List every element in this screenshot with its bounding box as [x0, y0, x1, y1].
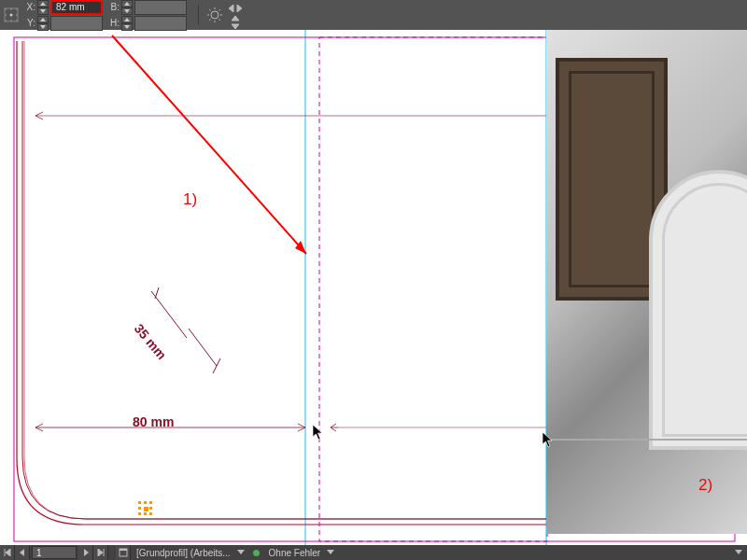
w-field[interactable] [134, 0, 187, 15]
w-label: B: [108, 2, 120, 12]
prev-page-button[interactable] [15, 545, 30, 560]
svg-line-24 [112, 35, 306, 254]
cursor-icon [542, 431, 555, 448]
cursor-icon [312, 424, 325, 441]
preflight-status-icon [253, 550, 260, 556]
placed-image[interactable] [546, 30, 747, 534]
toolbar-divider [198, 5, 199, 25]
svg-point-10 [211, 11, 218, 19]
smart-guide-marker-icon [138, 501, 157, 520]
svg-point-4 [16, 8, 18, 10]
document-name: [Grundprofil] (Arbeits... [131, 548, 236, 558]
status-bar: [Grundprofil] (Arbeits... Ohne Fehler [0, 545, 747, 560]
y-field[interactable] [50, 16, 103, 31]
svg-line-17 [155, 287, 159, 299]
preflight-status: Ohne Fehler [263, 548, 327, 558]
x-stepper[interactable] [37, 0, 49, 15]
x-label: X: [24, 2, 35, 12]
page-field[interactable] [32, 546, 77, 559]
svg-point-6 [16, 14, 18, 16]
next-page-button[interactable] [78, 545, 93, 560]
x-field[interactable] [50, 0, 103, 15]
first-page-button[interactable] [0, 545, 15, 560]
svg-rect-14 [319, 37, 547, 541]
measure-80mm: 80 mm [133, 414, 174, 429]
doc-dropdown-icon[interactable] [236, 545, 246, 560]
wh-group: B: H: [108, 0, 187, 31]
last-page-button[interactable] [93, 545, 108, 560]
svg-point-7 [5, 20, 7, 21]
statusbar-menu-icon[interactable] [734, 545, 743, 560]
constrain-proportions-icon[interactable] [204, 5, 225, 25]
svg-point-9 [16, 20, 18, 21]
preflight-dropdown-icon[interactable] [326, 545, 335, 560]
document-canvas[interactable]: 1) 2) 35 mm 80 mm [0, 30, 747, 545]
y-stepper[interactable] [37, 16, 49, 31]
svg-line-16 [151, 291, 187, 338]
reference-point-icon[interactable] [4, 7, 19, 22]
flip-horizontal-icon[interactable] [225, 2, 246, 15]
svg-point-5 [5, 14, 7, 16]
open-navigator-icon[interactable] [116, 545, 131, 560]
h-label: H: [108, 18, 120, 28]
y-label: Y: [24, 18, 35, 28]
svg-point-1 [10, 14, 13, 17]
callout-1: 1) [183, 190, 197, 209]
h-stepper[interactable] [121, 16, 133, 31]
svg-line-19 [213, 358, 220, 373]
svg-point-2 [5, 8, 7, 10]
svg-point-8 [10, 20, 12, 21]
callout-2: 2) [698, 476, 712, 495]
h-field[interactable] [134, 16, 187, 31]
control-panel: X: Y: B: H: [0, 0, 747, 30]
svg-point-3 [10, 8, 12, 10]
svg-rect-27 [120, 549, 127, 551]
w-stepper[interactable] [121, 0, 133, 15]
xy-group: X: Y: [24, 0, 103, 31]
flip-vertical-icon[interactable] [225, 16, 246, 29]
svg-line-18 [189, 329, 217, 366]
